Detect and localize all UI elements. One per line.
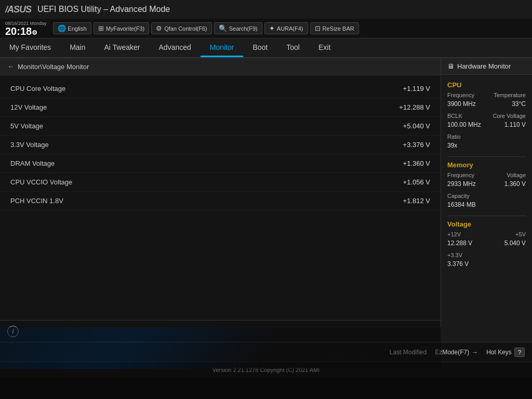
voltage-label-33v: 3.3V Voltage <box>10 141 378 149</box>
info-icon: i <box>7 326 19 337</box>
memory-frequency-value: 2933 MHz <box>447 180 476 188</box>
last-modified-label: Last Modified <box>390 349 427 356</box>
header-title: UEFI BIOS Utility – Advanced Mode <box>37 5 170 14</box>
voltage-row-33v[interactable]: 3.3V Voltage +3.376 V <box>0 136 441 154</box>
datetime: 08/16/2021 Monday 20:18⚙ <box>5 21 47 36</box>
cpu-ratio-value-row: 39x <box>447 142 526 152</box>
nav-item-main[interactable]: Main <box>60 38 95 57</box>
question-mark-icon: ? <box>514 348 525 357</box>
memory-voltage-divider <box>447 216 526 216</box>
language-button[interactable]: 🌐 English <box>53 22 91 34</box>
fan-icon: ⚙ <box>156 24 162 32</box>
voltage-label-vccio: CPU VCCIO Voltage <box>10 178 378 186</box>
bottom-bar: Last Modified EzMode(F7) → Hot Keys ? <box>0 342 532 362</box>
cpu-bclk-label: BCLK <box>447 113 462 119</box>
voltage-label-dram: DRAM Voltage <box>10 159 378 167</box>
voltage-row-5v[interactable]: 5V Voltage +5.040 V <box>0 117 441 136</box>
cpu-memory-divider <box>447 156 526 157</box>
cpu-section-title: CPU <box>447 81 526 89</box>
voltage-row-vccio[interactable]: CPU VCCIO Voltage +1.056 V <box>0 173 441 192</box>
cpu-core-voltage-value: 1.110 V <box>504 121 526 128</box>
nav-item-exit[interactable]: Exit <box>309 38 340 57</box>
memory-capacity-value-row: 16384 MB <box>447 201 526 211</box>
cpu-frequency-value-row: 3900 MHz 33°C <box>447 100 526 111</box>
v5-value: 5.040 V <box>504 240 526 247</box>
v12-label: +12V <box>447 231 461 237</box>
voltage-row-pch[interactable]: PCH VCCIN 1.8V +1.812 V <box>0 192 441 210</box>
aura-icon: ✦ <box>269 24 275 32</box>
voltage-value-12v: +12.288 V <box>378 103 430 111</box>
voltage-value-5v: +5.040 V <box>378 122 430 130</box>
nav-item-my-favorites[interactable]: My Favorites <box>0 38 60 57</box>
nav-item-tool[interactable]: Tool <box>277 38 309 57</box>
arrow-right-icon: → <box>472 349 478 356</box>
memory-voltage-value: 1.360 V <box>504 180 526 188</box>
voltage-row-12v[interactable]: 12V Voltage +12.288 V <box>0 98 441 117</box>
voltage-row-cpu-core[interactable]: CPU Core Voltage +1.119 V <box>0 79 441 98</box>
voltage-12v-5v-label-row: +12V +5V <box>447 231 526 237</box>
cpu-ratio-label: Ratio <box>447 134 461 140</box>
asus-logo: /ASUS <box>5 4 31 15</box>
cpu-bclk-value: 100.00 MHz <box>447 121 481 128</box>
voltage-value-pch: +1.812 V <box>378 197 430 205</box>
v12-value: 12.288 V <box>447 240 472 247</box>
voltage-33v-label-row: +3.3V <box>447 252 526 258</box>
voltage-label-pch: PCH VCCIN 1.8V <box>10 197 378 205</box>
voltage-section-title: Voltage <box>447 220 526 228</box>
voltage-label-12v: 12V Voltage <box>10 103 378 111</box>
cpu-ratio-value: 39x <box>447 142 457 149</box>
memory-capacity-label: Capacity <box>447 193 470 199</box>
search-button[interactable]: 🔍 Search(F9) <box>214 22 262 34</box>
memory-section-title: Memory <box>447 161 526 169</box>
resize-bar-button[interactable]: ⊡ ReSize BAR <box>310 22 359 34</box>
breadcrumb: ← Monitor\Voltage Monitor <box>0 58 441 75</box>
voltage-label-5v: 5V Voltage <box>10 122 378 130</box>
cpu-ratio-row: Ratio <box>447 134 526 140</box>
v33-label: +3.3V <box>447 252 462 258</box>
cpu-core-voltage-label: Core Voltage <box>493 113 526 119</box>
v5-label: +5V <box>515 231 526 237</box>
v33-value: 3.376 V <box>447 260 469 268</box>
memory-freq-value-row: 2933 MHz 1.360 V <box>447 180 526 191</box>
monitor-screen-icon: 🖥 <box>447 62 454 70</box>
memory-voltage-label: Voltage <box>507 172 526 178</box>
memory-frequency-label: Frequency <box>447 172 474 178</box>
hot-keys-button[interactable]: Hot Keys ? <box>486 348 525 357</box>
back-arrow-icon[interactable]: ← <box>7 62 15 71</box>
search-icon: 🔍 <box>219 24 227 32</box>
main-content: ← Monitor\Voltage Monitor CPU Core Volta… <box>0 58 532 342</box>
voltage-value-33v: +3.376 V <box>378 141 430 149</box>
time-display: 20:18⚙ <box>5 26 47 36</box>
nav-item-ai-tweaker[interactable]: Ai Tweaker <box>95 38 149 57</box>
memory-capacity-value: 16384 MB <box>447 201 476 208</box>
info-bar: i <box>0 320 441 342</box>
breadcrumb-text: Monitor\Voltage Monitor <box>18 63 89 71</box>
cpu-frequency-value: 3900 MHz <box>447 100 476 108</box>
voltage-value-dram: +1.360 V <box>378 159 430 167</box>
aura-button[interactable]: ✦ AURA(F4) <box>264 22 308 34</box>
cpu-bclk-value-row: 100.00 MHz 1.110 V <box>447 121 526 131</box>
favorite-icon: ⊞ <box>98 24 104 32</box>
footer-text: Version 2.21.1278 Copyright (C) 2021 AMI <box>212 367 320 373</box>
hardware-monitor-body: CPU Frequency Temperature 3900 MHz 33°C … <box>441 75 532 342</box>
cpu-temperature-label: Temperature <box>494 92 526 98</box>
hardware-monitor-title: 🖥 Hardware Monitor <box>441 58 532 75</box>
nav-item-advanced[interactable]: Advanced <box>149 38 200 57</box>
toolbar: 08/16/2021 Monday 20:18⚙ 🌐 English ⊞ MyF… <box>0 19 532 38</box>
left-panel: ← Monitor\Voltage Monitor CPU Core Volta… <box>0 58 441 342</box>
navigation: My Favorites Main Ai Tweaker Advanced Mo… <box>0 38 532 58</box>
last-modified-button[interactable]: Last Modified <box>390 349 427 356</box>
voltage-value-vccio: +1.056 V <box>378 178 430 186</box>
nav-item-boot[interactable]: Boot <box>243 38 277 57</box>
voltage-12v-5v-value-row: 12.288 V 5.040 V <box>447 240 526 250</box>
ez-mode-label: EzMode(F7) <box>435 349 469 356</box>
hardware-monitor-panel: 🖥 Hardware Monitor CPU Frequency Tempera… <box>441 58 532 342</box>
voltage-row-dram[interactable]: DRAM Voltage +1.360 V <box>0 154 441 173</box>
myfavorite-button[interactable]: ⊞ MyFavorite(F3) <box>94 22 150 34</box>
memory-freq-row: Frequency Voltage <box>447 172 526 178</box>
cpu-frequency-row: Frequency Temperature <box>447 92 526 98</box>
nav-item-monitor[interactable]: Monitor <box>201 38 244 57</box>
ez-mode-button[interactable]: EzMode(F7) → <box>435 349 478 356</box>
hot-keys-label: Hot Keys <box>486 349 512 356</box>
qfan-button[interactable]: ⚙ Qfan Control(F6) <box>151 22 212 34</box>
